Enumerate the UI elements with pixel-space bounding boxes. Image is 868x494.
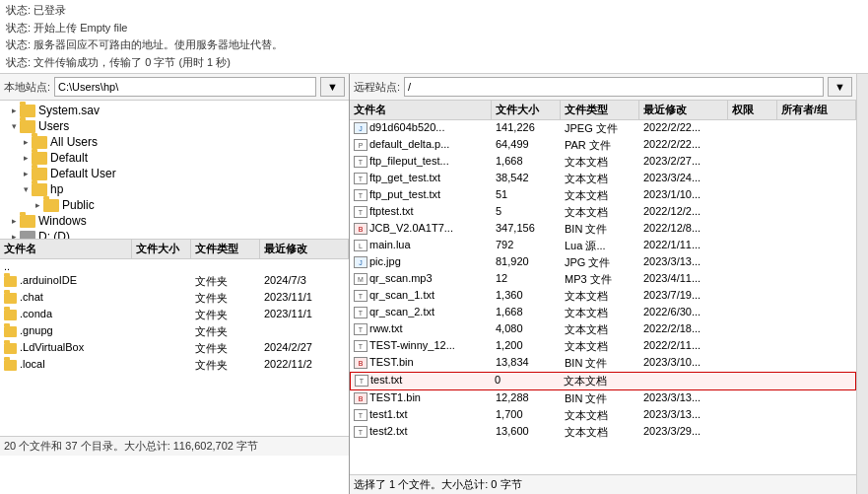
list-item[interactable]: BJCB_V2.0A1T7... 347,156 BIN 文件 2022/12/… bbox=[350, 221, 856, 238]
file-owner bbox=[777, 204, 856, 221]
file-perm bbox=[728, 221, 777, 238]
file-name: Trww.txt bbox=[350, 321, 492, 338]
list-item[interactable]: Tqr_scan_1.txt 1,360 文本文档 2023/7/19... bbox=[350, 288, 856, 305]
folder-icon bbox=[32, 136, 47, 149]
file-name: .chat bbox=[0, 290, 132, 307]
txt-icon: T bbox=[354, 307, 367, 318]
list-item[interactable]: Tftptest.txt 5 文本文档 2022/12/2... bbox=[350, 204, 856, 221]
file-name: .gnupg bbox=[0, 323, 132, 340]
file-size bbox=[132, 273, 191, 290]
tree-item-drive-d[interactable]: ▸ D: (D) bbox=[0, 229, 349, 239]
list-item[interactable]: Ttest1.txt 1,700 文本文档 2023/3/13... bbox=[350, 407, 856, 424]
tree-item-allusers[interactable]: ▸ All Users bbox=[0, 134, 349, 150]
right-panel: 远程站点: ▼ 文件名 文件大小 文件类型 最近修改 权限 所有者/组 Jd91… bbox=[350, 74, 856, 494]
folder-icon bbox=[20, 215, 35, 228]
file-type: 文件夹 bbox=[191, 273, 260, 290]
file-perm bbox=[728, 137, 777, 154]
file-modified: 2023/3/13... bbox=[639, 407, 728, 424]
bin-icon: B bbox=[354, 392, 367, 404]
status-line-2: 状态: 开始上传 Empty file bbox=[6, 20, 862, 37]
remote-path-input[interactable] bbox=[404, 77, 824, 97]
tree-item-defaultuser[interactable]: ▸ Default User bbox=[0, 166, 349, 181]
list-item[interactable]: TTEST-winny_12... 1,200 文本文档 2022/2/11..… bbox=[350, 338, 856, 355]
file-size: 13,834 bbox=[492, 355, 561, 372]
file-perm bbox=[728, 238, 777, 254]
remote-col-size: 文件大小 bbox=[492, 101, 561, 119]
tree-item-systemsav[interactable]: ▸ System.sav bbox=[0, 103, 349, 118]
tree-item-label: Default User bbox=[50, 167, 116, 180]
file-type: 文本文档 bbox=[561, 288, 639, 305]
list-item[interactable]: Ttest2.txt 13,600 文本文档 2023/3/29... bbox=[350, 424, 856, 441]
list-item[interactable]: Pdefault_delta.p... 64,499 PAR 文件 2022/2… bbox=[350, 137, 856, 154]
mp3-icon: M bbox=[354, 273, 367, 285]
status-line-4: 状态: 文件传输成功，传输了 0 字节 (用时 1 秒) bbox=[6, 54, 862, 72]
tree-item-default[interactable]: ▸ Default bbox=[0, 150, 349, 166]
file-owner bbox=[777, 321, 856, 338]
file-type bbox=[191, 259, 260, 273]
local-file-list-body[interactable]: .. .arduinoIDE 文件夹 2024/7/3 bbox=[0, 259, 349, 436]
tree-item-windows[interactable]: ▸ Windows bbox=[0, 213, 349, 229]
local-tree-view[interactable]: ▸ System.sav ▾ Users ▸ All Users bbox=[0, 101, 349, 239]
file-name: Lmain.lua bbox=[350, 238, 492, 254]
local-path-input[interactable] bbox=[54, 77, 316, 97]
remote-path-go-btn[interactable]: ▼ bbox=[828, 77, 852, 97]
list-item-selected[interactable]: Ttest.txt 0 文本文档 bbox=[350, 372, 856, 390]
list-item[interactable]: .local 文件夹 2022/11/2 bbox=[0, 357, 349, 374]
jpeg-icon: J bbox=[354, 122, 367, 134]
file-type: PAR 文件 bbox=[561, 137, 639, 154]
file-name: .. bbox=[0, 259, 132, 273]
tree-item-public[interactable]: ▸ Public bbox=[0, 197, 349, 213]
tree-item-users[interactable]: ▾ Users bbox=[0, 118, 349, 134]
list-item[interactable]: Jd91d604b520... 141,226 JPEG 文件 2022/2/2… bbox=[350, 120, 856, 137]
list-item[interactable]: .. bbox=[0, 259, 349, 273]
file-type: 文件夹 bbox=[191, 323, 260, 340]
list-item[interactable]: .conda 文件夹 2023/11/1 bbox=[0, 307, 349, 323]
tree-arrow: ▸ bbox=[20, 153, 32, 163]
file-type: 文本文档 bbox=[560, 373, 638, 389]
file-type: BIN 文件 bbox=[561, 355, 639, 372]
file-type: 文件夹 bbox=[191, 340, 260, 357]
list-item[interactable]: Tqr_scan_2.txt 1,668 文本文档 2022/6/30... bbox=[350, 305, 856, 321]
list-item[interactable]: BTEST1.bin 12,288 BIN 文件 2023/3/13... bbox=[350, 390, 856, 407]
par-icon: P bbox=[354, 139, 367, 151]
list-item[interactable]: Jpic.jpg 81,920 JPG 文件 2023/3/13... bbox=[350, 254, 856, 271]
file-name: Jd91d604b520... bbox=[350, 120, 492, 137]
file-owner bbox=[777, 171, 856, 187]
list-item[interactable]: Tftp_put_test.txt 51 文本文档 2023/1/10... bbox=[350, 187, 856, 204]
lua-icon: L bbox=[354, 240, 367, 251]
file-size: 81,920 bbox=[492, 254, 561, 271]
remote-col-type: 文件类型 bbox=[561, 101, 639, 119]
local-path-go-btn[interactable]: ▼ bbox=[320, 77, 345, 97]
list-item[interactable]: .chat 文件夹 2023/11/1 bbox=[0, 290, 349, 307]
txt-icon: T bbox=[354, 323, 367, 335]
list-item[interactable]: Lmain.lua 792 Lua 源... 2022/1/11... bbox=[350, 238, 856, 254]
txt-icon: T bbox=[354, 426, 367, 438]
tree-arrow: ▾ bbox=[8, 121, 20, 131]
list-item[interactable]: Tftp_get_test.txt 38,542 文本文档 2023/3/24.… bbox=[350, 171, 856, 187]
list-item[interactable]: .LdVirtualBox 文件夹 2024/2/27 bbox=[0, 340, 349, 357]
file-type: MP3 文件 bbox=[561, 271, 639, 288]
file-owner bbox=[777, 154, 856, 171]
file-name: .arduinoIDE bbox=[0, 273, 132, 290]
file-owner bbox=[777, 187, 856, 204]
file-perm bbox=[728, 424, 777, 441]
file-name: .local bbox=[0, 357, 132, 374]
list-item[interactable]: .arduinoIDE 文件夹 2024/7/3 bbox=[0, 273, 349, 290]
tree-arrow: ▾ bbox=[20, 184, 32, 194]
file-owner bbox=[777, 120, 856, 137]
tree-item-hp[interactable]: ▾ hp bbox=[0, 181, 349, 197]
file-name: BTEST1.bin bbox=[350, 390, 492, 407]
file-owner bbox=[777, 407, 856, 424]
right-scrollbar[interactable] bbox=[856, 74, 868, 494]
list-item[interactable]: BTEST.bin 13,834 BIN 文件 2023/3/10... bbox=[350, 355, 856, 372]
list-item[interactable]: .gnupg 文件夹 bbox=[0, 323, 349, 340]
list-item[interactable]: Tftp_fileput_test... 1,668 文本文档 2023/2/2… bbox=[350, 154, 856, 171]
list-item[interactable]: Trww.txt 4,080 文本文档 2022/2/18... bbox=[350, 321, 856, 338]
file-perm bbox=[728, 271, 777, 288]
file-size: 1,668 bbox=[492, 305, 561, 321]
file-perm bbox=[728, 305, 777, 321]
tree-arrow: ▸ bbox=[32, 200, 43, 210]
right-toolbar: 远程站点: ▼ bbox=[350, 74, 856, 101]
remote-file-list-body[interactable]: Jd91d604b520... 141,226 JPEG 文件 2022/2/2… bbox=[350, 120, 856, 474]
list-item[interactable]: Mqr_scan.mp3 12 MP3 文件 2023/4/11... bbox=[350, 271, 856, 288]
